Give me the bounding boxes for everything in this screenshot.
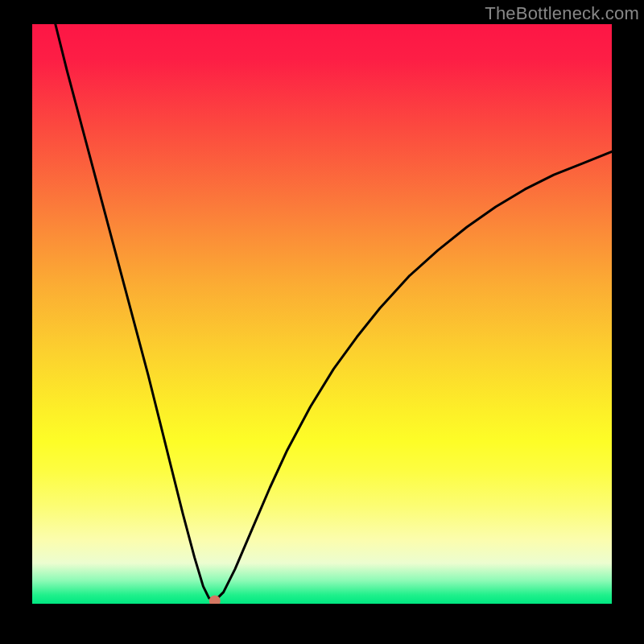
chart-frame: TheBottleneck.com: [0, 0, 644, 644]
curve-svg: [32, 24, 612, 604]
watermark-text: TheBottleneck.com: [485, 3, 639, 24]
bottleneck-curve: [56, 24, 612, 601]
plot-area: [32, 24, 612, 604]
